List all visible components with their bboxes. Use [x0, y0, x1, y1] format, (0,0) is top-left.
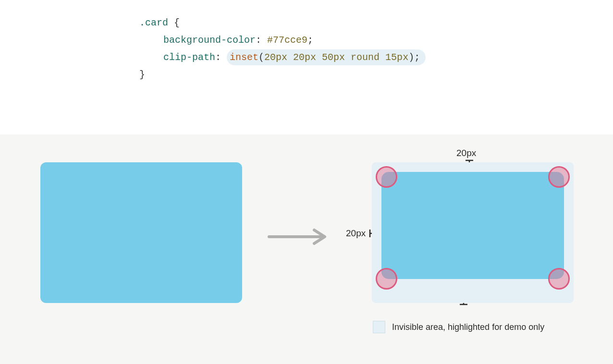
card-after-visible-area [381, 172, 564, 279]
corner-highlight-bottom-right [548, 268, 570, 290]
arrow-icon [267, 228, 330, 245]
card-before [40, 162, 242, 303]
css-code-block: .card { background-color: #77cce9; clip-… [139, 14, 613, 84]
close-brace-text: } [139, 69, 145, 80]
code-area: .card { background-color: #77cce9; clip-… [0, 0, 613, 134]
val-bg: #77cce9 [267, 35, 307, 46]
demo-area: 20px 20px 50px Invisible area, highlight… [0, 134, 613, 364]
code-line-selector: .card { [139, 14, 613, 32]
prop-bg: background-color [163, 35, 256, 46]
fn-args: 20px 20px 50px round 15px [264, 52, 408, 63]
legend: Invisible area, highlighted for demo onl… [373, 321, 544, 333]
highlighted-value: inset(20px 20px 50px round 15px); [227, 49, 426, 65]
legend-swatch [373, 321, 385, 333]
corner-highlight-top-right [548, 166, 570, 188]
open-brace-text: { [168, 17, 180, 28]
legend-text: Invisible area, highlighted for demo onl… [392, 322, 544, 332]
code-line-clip: clip-path: inset(20px 20px 50px round 15… [139, 49, 613, 66]
dimension-left-label: 20px [346, 228, 366, 239]
prop-clip: clip-path [163, 52, 215, 63]
dimension-top-label: 20px [456, 148, 476, 158]
fn-inset: inset [230, 52, 258, 63]
selector-text: .card [139, 17, 168, 28]
corner-highlight-top-left [376, 166, 397, 188]
corner-highlight-bottom-left [376, 268, 397, 290]
code-line-close: } [139, 66, 613, 84]
code-line-bg: background-color: #77cce9; [139, 32, 613, 49]
card-after-group [372, 162, 574, 303]
